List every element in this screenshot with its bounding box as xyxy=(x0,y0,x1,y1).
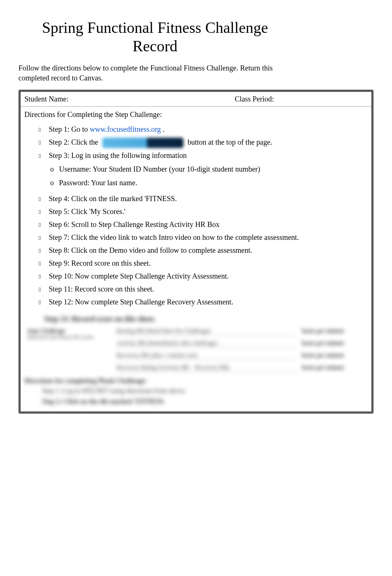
step-6-text: Step 6: Scroll to Step Challenge Resting… xyxy=(44,219,368,230)
step-5-text: Step 5: Click 'My Scores.' xyxy=(44,206,368,217)
bullet-icon: ▯ xyxy=(35,196,44,203)
step-5: ▯Step 5: Click 'My Scores.' xyxy=(35,206,368,217)
step-directions-heading: Directions for Completing the Step Chall… xyxy=(21,107,371,121)
bullet-icon: ▯ xyxy=(35,208,44,215)
step-1-post: . xyxy=(161,125,165,133)
step-9: ▯Step 9: Record score on this sheet. xyxy=(35,258,368,269)
row3-unit: beats per minute xyxy=(299,350,368,362)
step-3: ▯ Step 3: Log in using the following inf… xyxy=(35,150,368,191)
bullet-icon: ▯ xyxy=(35,299,44,306)
step-3a: oUsername: Your Student ID Number (your … xyxy=(50,164,368,175)
step-2-pre: Step 2: Click the xyxy=(49,138,100,146)
step-challenge-table: Step Challenge (Record in the boxes) All… xyxy=(24,325,368,374)
bullet-icon: ▯ xyxy=(35,221,44,228)
step-12: ▯Step 12: Now complete Step Challenge Re… xyxy=(35,297,368,307)
step-4: ▯Step 4: Click on the tile marked 'FITNE… xyxy=(35,193,368,204)
password-info: Password: Your last name. xyxy=(59,177,137,188)
step-12-text: Step 12: Now complete Step Challenge Rec… xyxy=(44,297,368,307)
step-4-text: Step 4: Click on the tile marked 'FITNES… xyxy=(44,193,368,204)
plank-directions-heading: Directions for completing Plank Challeng… xyxy=(24,374,368,386)
row3-label: Recovery HR (after 1 minute rest) xyxy=(117,352,197,358)
step-8-text: Step 8: Click on the Demo video and foll… xyxy=(44,245,368,256)
username-info: Username: Your Student ID Number (your 1… xyxy=(59,164,260,175)
blurred-preview-region: Step 13: Record score on this sheet. Ste… xyxy=(21,313,371,411)
row2-label: Activity HR (Immediately after challenge… xyxy=(117,340,217,346)
step-11: ▯Step 11: Record score on this sheet. xyxy=(35,284,368,294)
row4-unit: beats per minute xyxy=(299,362,368,374)
step-10-text: Step 10: Now complete Step Challenge Act… xyxy=(44,271,368,282)
intro-text: Follow the directions below to complete … xyxy=(18,63,284,83)
bullet-icon: ▯ xyxy=(35,260,44,267)
login-button-image xyxy=(102,138,183,148)
row2-unit: beats per minute xyxy=(299,338,368,350)
table-left-sub: (Record in the boxes) All scores xyxy=(27,334,111,340)
focusedfitness-link[interactable]: www.focusedfitness.org xyxy=(90,125,161,133)
table-left-title: Step Challenge xyxy=(27,328,111,334)
bullet-icon: ▯ xyxy=(35,273,44,280)
row1-unit: beats per minute xyxy=(299,325,368,338)
step-3-sublist: oUsername: Your Student ID Number (your … xyxy=(49,164,368,188)
bullet-icon: ▯ xyxy=(35,139,44,146)
row4-label: Recovery Rating (Activity HR − Recovery … xyxy=(117,364,230,370)
bullet-icon: ▯ xyxy=(35,152,44,159)
step-7: ▯Step 7: Click the video link to watch I… xyxy=(35,232,368,243)
class-period-label: Class Period: xyxy=(231,92,371,106)
step-2: ▯ Step 2: Click the button at the top of… xyxy=(35,137,368,148)
bullet-icon: ▯ xyxy=(35,247,44,254)
step-1-pre: Step 1: Go to xyxy=(49,125,90,133)
step-1: ▯ Step 1: Go to www.focusedfitness.org . xyxy=(35,124,368,135)
plank-step-2: Step 2: Click on the tile marked 'FITNES… xyxy=(24,396,368,407)
step-3b: oPassword: Your last name. xyxy=(50,177,368,188)
step-8: ▯Step 8: Click on the Demo video and fol… xyxy=(35,245,368,256)
step-13-blurred: Step 13: Record score on this sheet. xyxy=(24,313,368,325)
bullet-icon: ▯ xyxy=(35,126,44,133)
form-header-row: Student Name: Class Period: xyxy=(21,92,371,107)
step-3-text: Step 3: Log in using the following infor… xyxy=(49,151,187,159)
step-9-text: Step 9: Record score on this sheet. xyxy=(44,258,368,269)
page-title: Spring Functional Fitness Challenge Reco… xyxy=(22,18,288,56)
step-10: ▯Step 10: Now complete Step Challenge Ac… xyxy=(35,271,368,282)
step-11-text: Step 11: Record score on this sheet. xyxy=(44,284,368,294)
plank-step-1: Step 1: Log in WELNET using directions f… xyxy=(24,386,368,396)
step-6: ▯Step 6: Scroll to Step Challenge Restin… xyxy=(35,219,368,230)
step-list: ▯ Step 1: Go to www.focusedfitness.org .… xyxy=(21,121,371,313)
bullet-icon: ▯ xyxy=(35,286,44,293)
student-name-label: Student Name: xyxy=(21,92,231,106)
step-7-text: Step 7: Click the video link to watch In… xyxy=(44,232,368,243)
row1-label: Resting HR (Heart Rate Pre-Challenge) xyxy=(117,328,210,334)
step-2-post: button at the top of the page. xyxy=(186,138,272,146)
bullet-icon: ▯ xyxy=(35,234,44,241)
record-form-box: Student Name: Class Period: Directions f… xyxy=(18,90,374,414)
